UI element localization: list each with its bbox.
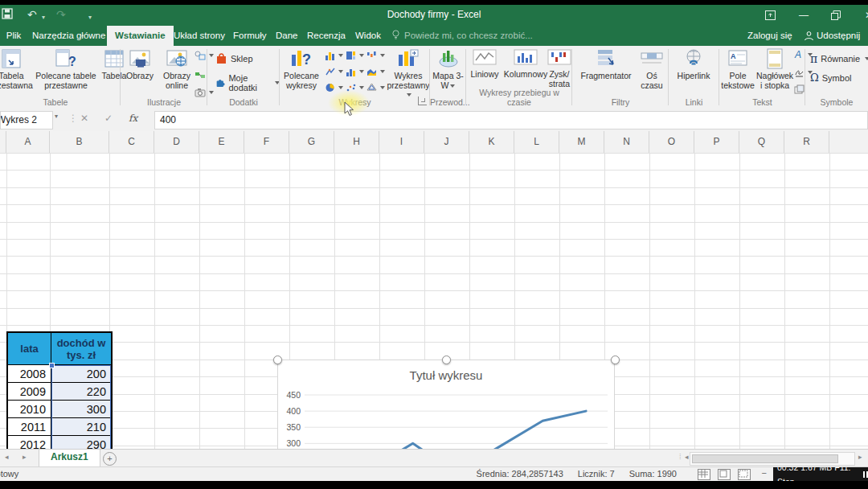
page-break-view-icon[interactable] — [738, 469, 751, 480]
column-header-P[interactable]: P — [694, 131, 739, 153]
y-axis-tick: 300 — [278, 438, 301, 448]
header-footer-button[interactable]: Nagłówek i stopka — [756, 48, 793, 90]
add-sheet-icon[interactable]: + — [103, 452, 117, 466]
chart-handle-ne[interactable] — [611, 355, 620, 364]
recommended-pivottables-button[interactable]: ? Polecane tabele przestawne — [35, 48, 96, 90]
slicer-button[interactable]: Fragmentator — [575, 48, 637, 81]
radar-chart-icon[interactable] — [366, 83, 385, 92]
hscroll-right-icon[interactable]: ▸ — [858, 453, 862, 461]
table-row: 2009220 — [8, 383, 111, 401]
column-header-B[interactable]: B — [50, 131, 109, 153]
cell-year[interactable]: 2010 — [8, 401, 51, 418]
zoom-out-icon[interactable]: − — [762, 468, 767, 478]
normal-view-icon[interactable] — [698, 469, 710, 480]
column-header-K[interactable]: K — [469, 131, 514, 153]
column-header-E[interactable]: E — [199, 131, 244, 153]
insert-function-icon[interactable]: fx — [129, 113, 137, 124]
cell-year[interactable]: 2008 — [8, 365, 51, 383]
cell-income[interactable]: 210 — [51, 418, 111, 436]
worksheet-grid[interactable]: lata dochód w tys. zł 200820020092202010… — [0, 153, 868, 449]
sign-in-link[interactable]: Zaloguj się — [747, 26, 792, 46]
smartart-button[interactable] — [194, 72, 206, 81]
tell-me-text[interactable]: Powiedz mi, co chcesz zrobić... — [404, 26, 533, 46]
column-chart-icon[interactable] — [325, 51, 343, 60]
ribbon-display-options-icon[interactable] — [758, 8, 782, 23]
symbol-button[interactable]: Ω Symbol — [810, 72, 851, 84]
online-pictures-button[interactable]: Obrazy online — [159, 48, 194, 90]
name-box[interactable]: Wykres 2 — [0, 111, 53, 129]
column-header-R[interactable]: R — [784, 131, 829, 153]
cell-year[interactable]: 2012 — [8, 436, 51, 449]
column-header-C[interactable]: C — [109, 131, 154, 153]
images-button[interactable]: Obrazy — [122, 48, 158, 81]
pivot-chart-button[interactable]: Wykres przestawny — [387, 48, 429, 100]
column-header-F[interactable]: F — [244, 131, 289, 153]
confirm-entry-icon[interactable]: ✓ — [104, 113, 113, 124]
sheet-tab-arkusz1[interactable]: Arkusz1 — [39, 450, 100, 468]
chart-handle-n[interactable] — [442, 355, 451, 364]
store-button[interactable]: Sklep — [215, 52, 253, 64]
sparkline-winloss-button[interactable]: Zysk/ strata — [547, 48, 572, 88]
chart-handle-nw[interactable] — [273, 355, 282, 364]
sparkline-line-button[interactable]: Liniowy — [466, 48, 503, 80]
cancel-entry-icon[interactable]: ✕ — [80, 113, 88, 124]
pause-icon[interactable] — [863, 471, 868, 478]
cell-income[interactable]: 220 — [51, 383, 111, 401]
column-header-N[interactable]: N — [604, 131, 649, 153]
tab-narzedzia-glowne[interactable]: Narzędzia główne — [24, 26, 113, 46]
hyperlink-button[interactable]: Hiperlink — [671, 48, 716, 81]
column-header-A[interactable]: A — [6, 131, 50, 153]
hierarchy-chart-icon[interactable] — [346, 51, 364, 60]
recommended-charts-button[interactable]: ? Polecane wykresy — [281, 48, 321, 90]
share-button[interactable]: Udostępnij — [817, 26, 860, 46]
sparkline-column-button[interactable]: Kolumnowy — [505, 48, 547, 80]
cell-income[interactable]: 200 — [51, 365, 111, 383]
area-chart-icon[interactable] — [366, 67, 385, 76]
column-header-O[interactable]: O — [649, 131, 694, 153]
my-addins-button[interactable]: Moje dodatki — [215, 73, 280, 92]
map-3d-button[interactable]: Mapa 3-W — [432, 48, 465, 90]
cell-year[interactable]: 2009 — [8, 383, 51, 401]
data-table[interactable]: lata dochód w tys. zł 200820020092202010… — [6, 331, 113, 449]
sheet-nav-left-icon[interactable]: ◂ — [5, 453, 9, 461]
close-button[interactable]: ✕ — [857, 8, 868, 23]
window-title: Dochody firmy - Excel — [0, 9, 868, 20]
column-header-H[interactable]: H — [334, 131, 379, 153]
column-header-J[interactable]: J — [424, 131, 469, 153]
tab-uklad-strony[interactable]: Układ strony — [166, 26, 233, 46]
cell-year[interactable]: 2011 — [8, 418, 51, 436]
column-header-Q[interactable]: Q — [739, 131, 784, 153]
bar-chart-icon[interactable] — [346, 67, 364, 76]
tab-scroll-splitter[interactable]: ⁞ — [679, 453, 682, 461]
horizontal-scrollbar[interactable] — [690, 452, 855, 466]
restore-button[interactable] — [824, 8, 848, 23]
textbox-button[interactable]: A Pole tekstowe — [719, 48, 756, 90]
column-header-D[interactable]: D — [154, 131, 199, 153]
pivot-table-button[interactable]: Tabela przestawna — [0, 48, 32, 90]
chart-title[interactable]: Tytuł wykresu — [278, 368, 614, 382]
namebox-dropdown-icon[interactable]: ▾ — [55, 113, 58, 120]
chart-object[interactable]: Tytuł wykresu 05010015020025030035040045… — [277, 360, 615, 449]
column-header-I[interactable]: I — [379, 131, 424, 153]
page-layout-view-icon[interactable] — [718, 469, 731, 480]
equation-button[interactable]: π Równanie — [810, 52, 868, 65]
sheet-nav-right-icon[interactable]: ▸ — [23, 453, 27, 461]
timeline-button[interactable]: Oś czasu — [637, 48, 667, 90]
waterfall-chart-icon[interactable] — [366, 51, 385, 60]
column-header-M[interactable]: M — [559, 131, 604, 153]
horizontal-scrollbar-thumb[interactable] — [692, 454, 838, 463]
charts-dialog-launcher-icon[interactable] — [418, 97, 427, 105]
column-header-G[interactable]: G — [289, 131, 334, 153]
cell-income[interactable]: 300 — [51, 401, 111, 418]
object-button[interactable] — [794, 84, 805, 95]
minimize-button[interactable]: — — [792, 8, 816, 23]
cell-income[interactable]: 290 — [51, 436, 111, 449]
group-label-tours: Przewod... — [430, 97, 466, 107]
tab-wstawianie[interactable]: Wstawianie — [107, 26, 174, 46]
formula-input[interactable]: 400 — [154, 111, 868, 129]
column-header-L[interactable]: L — [514, 131, 559, 153]
tab-widok[interactable]: Widok — [347, 26, 389, 46]
hscroll-left-icon[interactable]: ◂ — [685, 453, 689, 461]
stock-chart-icon[interactable] — [325, 67, 343, 76]
tab-recenzja[interactable]: Recenzja — [299, 26, 354, 46]
